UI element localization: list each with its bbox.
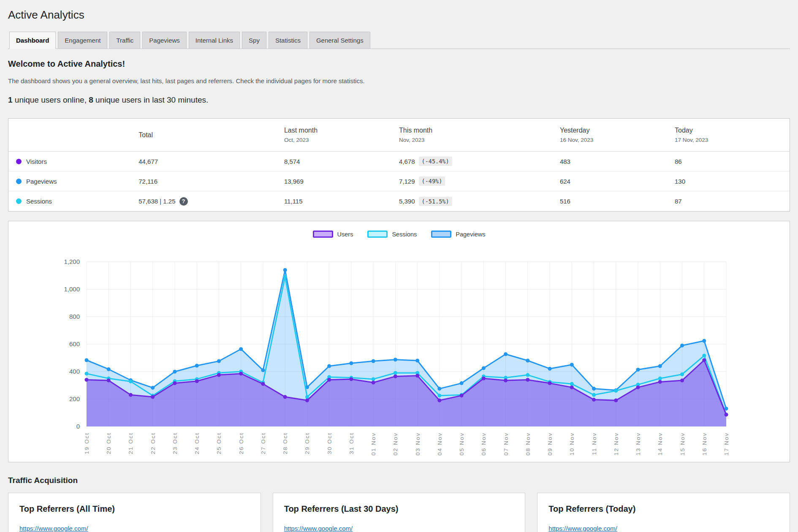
svg-text:27 Oct: 27 Oct xyxy=(260,432,266,454)
today-cell: 130 xyxy=(675,178,782,185)
referrer-card-top-referrers-last-30-days: Top Referrers (Last 30 Days)https://www.… xyxy=(273,493,526,532)
tab-general-settings[interactable]: General Settings xyxy=(309,32,370,49)
metric-name: Pageviews xyxy=(26,178,57,185)
table-row-visitors: Visitors44,6778,5744,678(-45.4%)48386 xyxy=(8,152,790,171)
svg-text:07 Nov: 07 Nov xyxy=(503,432,509,456)
svg-text:31 Oct: 31 Oct xyxy=(348,432,355,454)
metric-label: Pageviews xyxy=(16,178,138,185)
column-sublabel: Nov, 2023 xyxy=(399,137,560,143)
yesterday-cell: 624 xyxy=(560,178,675,185)
traffic-chart-card: UsersSessionsPageviews 02004006008001,00… xyxy=(8,221,790,462)
legend-label: Users xyxy=(337,231,353,238)
svg-text:600: 600 xyxy=(69,340,80,347)
pageviews-swatch-icon xyxy=(431,231,451,238)
metric-name: Visitors xyxy=(26,158,47,165)
column-label: Today xyxy=(675,127,782,134)
help-icon[interactable]: ? xyxy=(179,197,188,206)
tab-statistics[interactable]: Statistics xyxy=(269,32,307,49)
this-month-cell-value: 4,678 xyxy=(399,158,415,165)
svg-text:15 Nov: 15 Nov xyxy=(679,432,686,456)
recent-text: unique users in last 30 minutes. xyxy=(93,95,209,104)
last-month-cell-value: 8,574 xyxy=(284,158,300,165)
tab-bar: DashboardEngagementTrafficPageviewsInter… xyxy=(8,32,790,49)
metric-name: Sessions xyxy=(26,198,52,205)
column-sublabel: 16 Nov, 2023 xyxy=(560,137,675,143)
this-month-cell: 5,390(-51.5%) xyxy=(399,197,560,206)
svg-text:28 Oct: 28 Oct xyxy=(282,432,288,454)
welcome-description: The dashboard shows you a general overvi… xyxy=(8,77,790,84)
metric-label: Sessions xyxy=(16,198,138,205)
chart-legend: UsersSessionsPageviews xyxy=(8,231,790,238)
traffic-chart-svg[interactable]: 02004006008001,0001,20019 Oct20 Oct21 Oc… xyxy=(8,239,789,460)
tab-dashboard[interactable]: Dashboard xyxy=(9,32,56,49)
tab-pageviews[interactable]: Pageviews xyxy=(142,32,187,49)
today-cell: 87 xyxy=(675,198,782,205)
total-cell: 57,638 | 1.25? xyxy=(138,197,284,206)
stats-column-today: Today17 Nov, 2023 xyxy=(675,119,782,151)
svg-text:22 Oct: 22 Oct xyxy=(150,432,156,454)
last-month-cell: 11,115 xyxy=(284,198,399,205)
referrer-link[interactable]: https://www.google.com/ xyxy=(548,525,617,532)
referrer-link[interactable]: https://www.google.com/ xyxy=(284,525,353,532)
tab-engagement[interactable]: Engagement xyxy=(58,32,107,49)
legend-label: Sessions xyxy=(392,231,417,238)
pageviews-color-dot-icon xyxy=(16,179,22,184)
svg-text:16 Nov: 16 Nov xyxy=(701,432,708,456)
referrer-card-title: Top Referrers (Today) xyxy=(548,504,779,514)
column-sublabel: Oct, 2023 xyxy=(284,137,399,143)
tab-internal-links[interactable]: Internal Links xyxy=(189,32,240,49)
percent-change-badge: (-51.5%) xyxy=(419,197,452,206)
svg-text:1,200: 1,200 xyxy=(64,258,80,265)
yesterday-cell-value: 483 xyxy=(560,158,570,165)
svg-text:14 Nov: 14 Nov xyxy=(657,432,663,456)
svg-text:01 Nov: 01 Nov xyxy=(370,432,377,456)
today-cell-value: 86 xyxy=(675,158,682,165)
yesterday-cell: 516 xyxy=(560,198,675,205)
total-cell-value: 72,116 xyxy=(138,178,157,185)
today-cell: 86 xyxy=(675,158,782,165)
today-cell-value: 87 xyxy=(675,198,682,205)
stats-column-this-month: This monthNov, 2023 xyxy=(399,119,560,151)
percent-change-badge: (-49%) xyxy=(419,176,445,186)
svg-text:400: 400 xyxy=(69,368,80,375)
svg-text:02 Nov: 02 Nov xyxy=(392,432,399,456)
svg-text:26 Oct: 26 Oct xyxy=(238,432,244,454)
table-row-sessions: Sessions57,638 | 1.25?11,1155,390(-51.5%… xyxy=(8,191,790,211)
table-row-pageviews: Pageviews72,11613,9697,129(-49%)624130 xyxy=(8,171,790,191)
svg-text:0: 0 xyxy=(76,423,80,430)
stats-column-row-label xyxy=(16,119,138,151)
svg-text:05 Nov: 05 Nov xyxy=(459,432,465,456)
svg-text:19 Oct: 19 Oct xyxy=(84,432,90,454)
tab-traffic[interactable]: Traffic xyxy=(109,32,140,49)
svg-text:1,000: 1,000 xyxy=(64,285,80,293)
legend-item-users[interactable]: Users xyxy=(313,231,353,238)
referrer-card-title: Top Referrers (All Time) xyxy=(19,504,250,514)
svg-text:06 Nov: 06 Nov xyxy=(480,432,487,456)
svg-text:200: 200 xyxy=(69,395,80,402)
last-month-cell: 8,574 xyxy=(284,158,399,165)
metric-label: Visitors xyxy=(16,158,138,165)
this-month-cell: 4,678(-45.4%) xyxy=(399,157,560,166)
svg-text:800: 800 xyxy=(69,313,80,320)
users-swatch-icon xyxy=(313,231,333,238)
svg-text:04 Nov: 04 Nov xyxy=(437,432,443,456)
last-month-cell: 13,969 xyxy=(284,178,399,185)
svg-text:11 Nov: 11 Nov xyxy=(591,432,597,455)
today-cell-value: 130 xyxy=(675,178,685,185)
online-text: unique users online, xyxy=(13,95,89,104)
total-cell-value: 57,638 | 1.25 xyxy=(138,198,175,205)
tab-spy[interactable]: Spy xyxy=(242,32,266,49)
svg-text:23 Oct: 23 Oct xyxy=(172,432,178,454)
legend-item-pageviews[interactable]: Pageviews xyxy=(431,231,485,238)
svg-text:24 Oct: 24 Oct xyxy=(194,432,200,454)
referrer-link[interactable]: https://www.google.com/ xyxy=(19,525,88,532)
referrer-card-title: Top Referrers (Last 30 Days) xyxy=(284,504,514,514)
svg-text:30 Oct: 30 Oct xyxy=(326,432,333,454)
last-month-cell-value: 11,115 xyxy=(284,198,303,205)
svg-text:13 Nov: 13 Nov xyxy=(635,432,641,456)
svg-text:20 Oct: 20 Oct xyxy=(106,432,112,454)
referrer-card-top-referrers-all-time: Top Referrers (All Time)https://www.goog… xyxy=(8,493,261,532)
referrer-card-top-referrers-today: Top Referrers (Today)https://www.google.… xyxy=(537,493,790,532)
legend-item-sessions[interactable]: Sessions xyxy=(367,231,417,238)
sessions-swatch-icon xyxy=(367,231,388,238)
